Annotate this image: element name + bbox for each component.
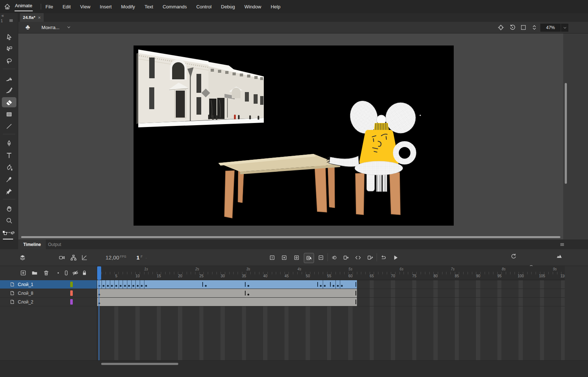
paint-bucket-tool[interactable] [2, 162, 16, 172]
character-drawing[interactable] [327, 98, 421, 192]
menu-item-commands[interactable]: Commands [158, 4, 191, 9]
stage-horizontal-scrollbar[interactable] [21, 236, 560, 238]
zoom-tool[interactable] [2, 215, 16, 226]
app-menu[interactable]: Animate [15, 0, 33, 13]
keyframe-dot[interactable] [337, 285, 339, 287]
zoom-stepper[interactable] [531, 24, 538, 32]
layer-row-Слой_8[interactable]: Слой_8 [0, 289, 97, 298]
tab-output[interactable]: Output [43, 239, 66, 249]
create-shape-tween-button[interactable] [365, 253, 375, 262]
menu-item-view[interactable]: View [75, 4, 95, 9]
eyedropper-tool[interactable] [2, 174, 16, 184]
insert-blank-keyframe-button[interactable] [292, 253, 301, 262]
collapse-panel-button[interactable]: « [1, 13, 4, 18]
frame-rate-display[interactable]: 12,00 FPS 1 F · [106, 249, 147, 266]
delete-layer-button[interactable] [43, 270, 49, 278]
keyframe-dot[interactable] [137, 285, 139, 287]
hamburger-icon[interactable] [9, 18, 13, 24]
frame-row-Слой_8[interactable] [97, 289, 565, 298]
show-hide-layers-button[interactable] [72, 270, 79, 278]
classic-brush-tool[interactable] [2, 85, 16, 95]
keyframe-dot[interactable] [124, 285, 126, 287]
menu-item-debug[interactable]: Debug [216, 4, 239, 9]
line-tool[interactable] [2, 121, 16, 131]
building-image[interactable] [136, 49, 264, 127]
layer-row-Слой_1[interactable]: Слой_1 [0, 280, 97, 289]
layer-color-swatch[interactable] [70, 299, 73, 305]
menu-item-text[interactable]: Text [140, 4, 158, 9]
frames-area[interactable]: 1s2s3s4s5s6s7s8s9s 510152025303540455055… [97, 266, 565, 360]
menu-item-control[interactable]: Control [191, 4, 216, 9]
lock-layers-button[interactable] [81, 270, 88, 278]
lasso-tool[interactable] [2, 56, 16, 66]
swap-colors-button[interactable] [10, 230, 16, 237]
keyframe-dot[interactable] [333, 285, 334, 287]
clip-content-button[interactable] [520, 24, 527, 32]
keyframe-dot[interactable] [247, 285, 249, 287]
keyframe-dot[interactable] [247, 294, 249, 295]
zoom-level-input[interactable]: 47% [540, 24, 561, 32]
frame-size-large-icon[interactable] [556, 253, 563, 261]
close-tab-icon[interactable]: ✕ [38, 16, 41, 20]
play-button[interactable] [391, 253, 400, 262]
scene-name[interactable]: Монта... [41, 25, 59, 30]
loop-button[interactable] [378, 253, 388, 262]
parenting-button[interactable] [69, 253, 78, 262]
hand-tool[interactable] [2, 203, 16, 214]
chevron-down-icon[interactable] [66, 25, 71, 31]
highlight-layers-button[interactable] [55, 270, 61, 278]
outline-layers-button[interactable] [63, 270, 69, 278]
keyframe-dot[interactable] [107, 285, 109, 287]
layer-color-swatch[interactable] [70, 282, 73, 287]
stage-vertical-scrollbar[interactable] [565, 83, 567, 184]
menu-item-window[interactable]: Window [240, 4, 266, 9]
text-tool[interactable] [2, 150, 16, 160]
table-drawing[interactable] [218, 154, 340, 218]
center-stage-button[interactable] [497, 24, 504, 32]
keyframe-dot[interactable] [205, 285, 207, 287]
insert-keyframe-button[interactable] [279, 253, 289, 262]
add-folder-button[interactable] [31, 270, 38, 278]
menu-item-modify[interactable]: Modify [116, 4, 140, 9]
menu-item-help[interactable]: Help [266, 4, 285, 9]
auto-keyframe-button[interactable] [304, 253, 314, 263]
eraser-tool[interactable] [2, 97, 16, 107]
frame-row-Слой_2[interactable] [97, 298, 565, 306]
layer-row-Слой_2[interactable]: Слой_2 [0, 298, 97, 306]
keyframe-dot[interactable] [320, 285, 322, 287]
frame-row-Слой_1[interactable] [97, 280, 565, 289]
menu-item-file[interactable]: File [41, 4, 58, 9]
stage[interactable] [134, 45, 454, 226]
keyframe-dot[interactable] [120, 285, 122, 287]
pen-tool[interactable] [2, 138, 16, 148]
default-colors-button[interactable] [2, 230, 8, 237]
tab-timeline[interactable]: Timeline [18, 239, 46, 249]
menu-item-insert[interactable]: Insert [95, 4, 116, 9]
pasteboard[interactable] [18, 33, 563, 239]
timeline-horizontal-scrollbar[interactable] [101, 363, 178, 365]
playhead[interactable] [97, 266, 101, 280]
graph-button[interactable] [80, 253, 89, 262]
onion-skin-button[interactable] [329, 253, 339, 262]
frame-span[interactable] [97, 298, 357, 306]
remove-frame-button[interactable] [316, 253, 326, 262]
rotation-button[interactable] [509, 24, 516, 32]
reset-timeline-zoom-button[interactable] [510, 253, 517, 261]
frame-span[interactable] [97, 289, 357, 297]
document-tab[interactable]: 24.fla* ✕ [20, 13, 44, 22]
panel-menu-icon[interactable] [560, 242, 565, 249]
menu-item-edit[interactable]: Edit [58, 4, 75, 9]
stage-canvas[interactable] [134, 45, 454, 226]
create-motion-tween-button[interactable] [353, 253, 363, 262]
add-layer-button[interactable] [20, 270, 27, 278]
create-classic-tween-button[interactable] [341, 253, 351, 262]
zoom-dropdown-chevron-icon[interactable] [561, 24, 568, 32]
home-icon[interactable] [4, 3, 11, 12]
subselection-tool[interactable] [2, 44, 16, 54]
layers-button[interactable] [18, 253, 27, 262]
rectangle-tool[interactable] [2, 109, 16, 119]
selection-tool[interactable] [2, 32, 16, 42]
fluid-brush-tool[interactable] [2, 73, 16, 83]
insert-frame-button[interactable] [267, 253, 277, 262]
camera-button[interactable] [57, 253, 67, 262]
